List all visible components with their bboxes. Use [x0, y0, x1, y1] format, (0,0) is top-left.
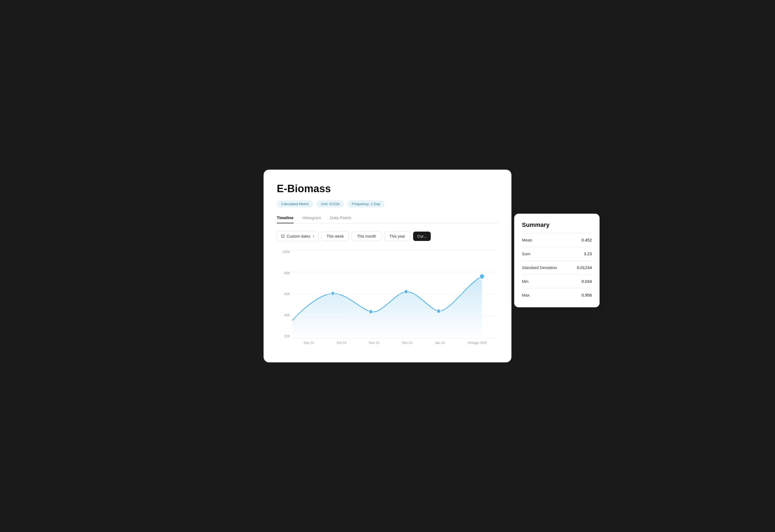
summary-label-sum: Sum: [522, 251, 531, 256]
summary-value-sum: 3.23: [584, 251, 592, 256]
x-label-vintage2020: Vintage 2020: [468, 341, 487, 349]
x-label-nov23: Nov 23: [369, 341, 379, 349]
tab-histogram[interactable]: Histogram: [302, 215, 321, 223]
summary-row-stddev: Standard Deviation 0.01234: [522, 261, 592, 274]
grid-line-100k: [292, 250, 498, 250]
custom-dates-button[interactable]: ⊡ Custom dates ▾: [277, 231, 318, 241]
tab-data-points[interactable]: Data Points: [330, 215, 351, 223]
page-title: E-Biomass: [277, 183, 498, 195]
y-label-80k: 80K: [284, 271, 290, 275]
badge-frequency: Frequency: 1 Day: [347, 200, 384, 208]
y-label-40k: 40K: [284, 313, 290, 317]
grid-lines: [292, 250, 498, 338]
summary-value-stddev: 0.01234: [577, 265, 592, 270]
tabs-container: Timeline Histogram Data Points: [277, 215, 498, 223]
x-label-jan24: Jan 24: [435, 341, 445, 349]
summary-title: Summary: [522, 221, 592, 229]
grid-line-60k: [292, 294, 498, 294]
summary-value-mean: 0.452: [581, 238, 592, 242]
summary-label-stddev: Standard Deviation: [522, 265, 557, 270]
custom-dates-label: Custom dates: [287, 234, 310, 238]
summary-label-min: Min: [522, 279, 529, 284]
badge-calculated-metric: Calculated Metric: [277, 200, 313, 208]
summary-row-max: Max 0.956: [522, 288, 592, 302]
y-label-100k: 100K: [282, 250, 290, 254]
badges-container: Calculated Metric Unit: tCO2e Frequency:…: [277, 200, 498, 208]
grid-line-20k: [292, 338, 498, 338]
x-label-dec23: Dec 23: [402, 341, 412, 349]
summary-value-max: 0.956: [581, 293, 592, 297]
this-month-button[interactable]: This month: [352, 232, 381, 241]
badge-unit: Unit: tCO2e: [316, 200, 344, 208]
this-year-button[interactable]: This year: [384, 232, 411, 241]
summary-label-max: Max: [522, 293, 530, 297]
calendar-icon: ⊡: [281, 234, 284, 239]
grid-line-40k: [292, 316, 498, 316]
summary-value-min: 0.034: [581, 279, 592, 284]
x-label-oct23: Oct 23: [336, 341, 346, 349]
summary-row-sum: Sum 3.23: [522, 247, 592, 260]
chart-area: 100K 80K 60K 40K 20K: [277, 250, 498, 349]
this-week-button[interactable]: This week: [321, 232, 349, 241]
chevron-down-icon: ▾: [312, 234, 314, 238]
summary-panel: Summary Mean 0.452 Sum 3.23 Standard Dev…: [514, 214, 600, 307]
x-label-sep23: Sep 23: [303, 341, 314, 349]
controls-bar: ⊡ Custom dates ▾ This week This month Th…: [277, 231, 498, 241]
summary-row-mean: Mean 0.452: [522, 233, 592, 247]
x-axis: Sep 23 Oct 23 Nov 23 Dec 23 Jan 24 Vinta…: [292, 341, 498, 349]
tab-timeline[interactable]: Timeline: [277, 215, 293, 223]
y-axis: 100K 80K 60K 40K 20K: [277, 250, 290, 338]
y-label-20k: 20K: [284, 334, 290, 338]
summary-label-mean: Mean: [522, 238, 532, 242]
grid-line-80k: [292, 272, 498, 272]
chart-svg-container: [292, 250, 498, 338]
current-period-button[interactable]: Cur...: [413, 232, 431, 241]
y-label-60k: 60K: [284, 292, 290, 296]
main-card: E-Biomass Calculated Metric Unit: tCO2e …: [263, 170, 512, 362]
summary-row-min: Min 0.034: [522, 275, 592, 288]
